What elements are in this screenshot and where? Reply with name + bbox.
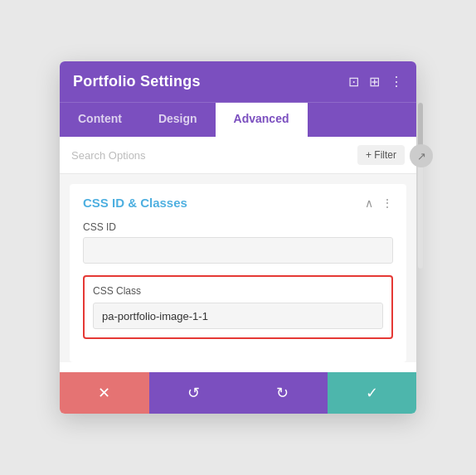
tab-advanced[interactable]: Advanced bbox=[216, 103, 308, 137]
columns-icon[interactable]: ⊞ bbox=[369, 74, 380, 90]
modal-wrapper: ↗ Portfolio Settings ⊡ ⊞ ⋮ Content Desig… bbox=[60, 61, 416, 414]
save-button[interactable]: ✓ bbox=[328, 372, 417, 414]
search-placeholder-text: Search Options bbox=[71, 149, 146, 162]
modal-body: Search Options + Filter CSS ID & Classes… bbox=[60, 137, 416, 362]
css-id-input[interactable] bbox=[83, 237, 393, 264]
tab-content[interactable]: Content bbox=[60, 103, 140, 137]
section-title: CSS ID & Classes bbox=[83, 196, 187, 210]
css-id-field-group: CSS ID bbox=[83, 221, 393, 264]
cancel-button[interactable]: ✕ bbox=[60, 372, 149, 414]
section-header: CSS ID & Classes ∧ ⋮ bbox=[83, 196, 393, 210]
filter-button[interactable]: + Filter bbox=[357, 145, 405, 165]
section-controls: ∧ ⋮ bbox=[365, 196, 393, 210]
modal-title: Portfolio Settings bbox=[73, 73, 201, 90]
collapse-icon[interactable]: ∧ bbox=[365, 196, 373, 210]
undo-button[interactable]: ↺ bbox=[149, 372, 239, 414]
scrollbar-track[interactable] bbox=[418, 103, 423, 269]
search-bar: Search Options + Filter bbox=[60, 137, 416, 174]
redo-button[interactable]: ↻ bbox=[238, 372, 328, 414]
section-more-icon[interactable]: ⋮ bbox=[381, 196, 393, 210]
external-icon: ↗ bbox=[410, 144, 433, 167]
expand-icon[interactable]: ⊡ bbox=[348, 74, 359, 90]
tabs-container: Content Design Advanced bbox=[60, 102, 416, 137]
tab-design[interactable]: Design bbox=[140, 103, 216, 137]
css-id-label: CSS ID bbox=[83, 221, 393, 233]
css-class-label: CSS Class bbox=[93, 285, 383, 297]
modal-header: Portfolio Settings ⊡ ⊞ ⋮ bbox=[60, 61, 416, 102]
css-class-input[interactable] bbox=[93, 303, 383, 329]
modal-footer: ✕ ↺ ↻ ✓ bbox=[60, 372, 416, 414]
more-icon[interactable]: ⋮ bbox=[390, 74, 403, 90]
css-class-field-group-highlighted: CSS Class bbox=[83, 275, 393, 339]
modal: Portfolio Settings ⊡ ⊞ ⋮ Content Design … bbox=[60, 61, 416, 414]
header-icons: ⊡ ⊞ ⋮ bbox=[348, 74, 403, 90]
css-id-classes-section: CSS ID & Classes ∧ ⋮ CSS ID CSS Class bbox=[70, 184, 406, 362]
